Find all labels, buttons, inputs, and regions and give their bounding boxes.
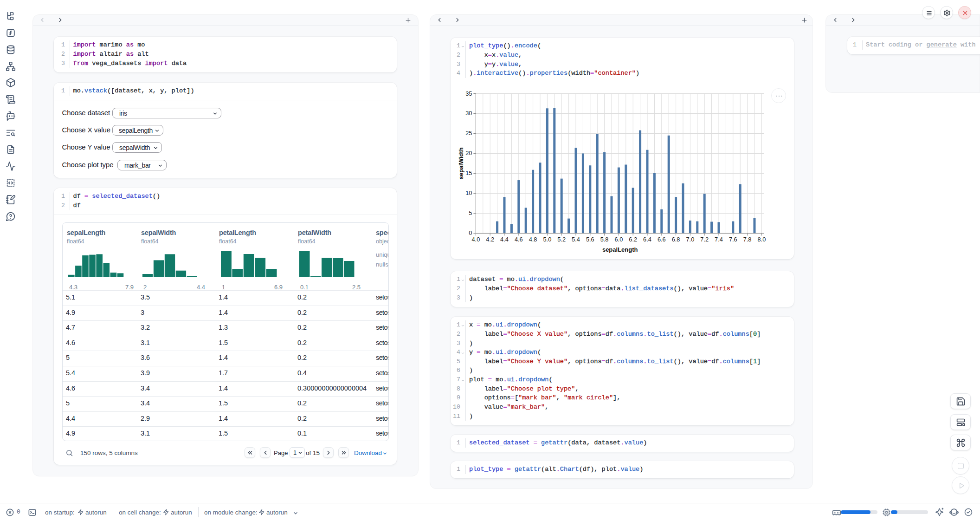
svg-text:7.0: 7.0: [686, 236, 695, 243]
svg-text:4.8: 4.8: [529, 236, 537, 243]
svg-text:5.4: 5.4: [572, 236, 580, 243]
svg-text:sepalLength: sepalLength: [602, 246, 638, 253]
svg-text:0: 0: [469, 229, 472, 236]
svg-text:20: 20: [465, 150, 472, 156]
svg-text:7.8: 7.8: [743, 236, 752, 243]
svg-text:25: 25: [465, 130, 472, 137]
svg-text:5.2: 5.2: [557, 236, 566, 243]
svg-text:7.6: 7.6: [729, 236, 737, 243]
svg-text:4.2: 4.2: [486, 236, 494, 243]
svg-text:15: 15: [465, 169, 472, 176]
svg-text:6.2: 6.2: [629, 236, 637, 243]
svg-text:7.4: 7.4: [715, 236, 723, 243]
svg-text:5: 5: [469, 209, 472, 216]
svg-text:sepalWidth: sepalWidth: [458, 147, 464, 179]
svg-text:8.0: 8.0: [758, 236, 766, 243]
svg-text:4.4: 4.4: [500, 236, 509, 243]
svg-text:5.8: 5.8: [600, 236, 609, 243]
svg-text:7.2: 7.2: [700, 236, 709, 243]
svg-text:5.6: 5.6: [586, 236, 594, 243]
svg-text:6.8: 6.8: [672, 236, 680, 243]
svg-text:6.6: 6.6: [658, 236, 666, 243]
svg-text:6.4: 6.4: [643, 236, 651, 243]
svg-text:4.0: 4.0: [472, 236, 480, 243]
svg-text:4.6: 4.6: [515, 236, 523, 243]
svg-text:10: 10: [465, 189, 472, 196]
svg-text:5.0: 5.0: [543, 236, 552, 243]
svg-text:30: 30: [465, 110, 472, 117]
svg-text:35: 35: [465, 90, 472, 97]
svg-text:6.0: 6.0: [615, 236, 623, 243]
